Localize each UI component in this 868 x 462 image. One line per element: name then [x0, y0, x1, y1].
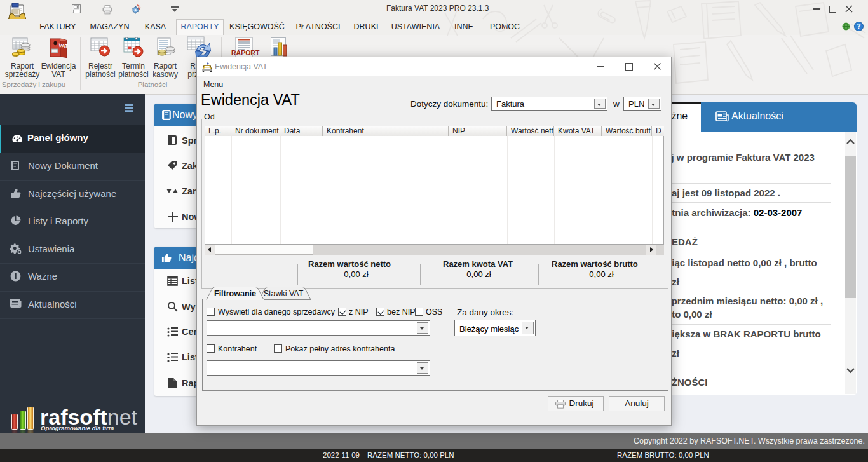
svg-text:?: ?	[857, 23, 860, 30]
svg-text:Filtrowanie: Filtrowanie	[214, 289, 256, 298]
svg-text:Stawki VAT: Stawki VAT	[264, 289, 304, 298]
svg-text:RAPORT: RAPORT	[231, 49, 260, 57]
svg-text:VAT: VAT	[58, 43, 68, 50]
